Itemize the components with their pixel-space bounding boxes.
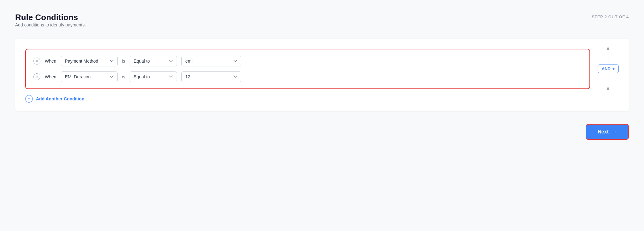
condition-row-1: ✕ When Payment Method EMI Duration Amoun… [33, 56, 582, 66]
conditions-card: ✕ When Payment Method EMI Duration Amoun… [15, 39, 629, 111]
page-subtitle: Add conditions to identify payments. [15, 22, 86, 27]
connector-line-bottom [608, 75, 609, 87]
value-select-1[interactable]: emi card upi netbanking [181, 56, 241, 66]
add-condition-label[interactable]: Add Another Condition [36, 96, 84, 101]
footer: Next → [15, 124, 629, 140]
remove-condition-2-button[interactable]: ✕ [33, 73, 40, 80]
add-condition-plus-button[interactable]: + [25, 95, 33, 103]
field-select-2[interactable]: Payment Method EMI Duration Amount Curre… [61, 71, 118, 82]
and-chevron: ▾ [612, 66, 615, 71]
and-connector: AND ▾ [598, 48, 619, 90]
and-button[interactable]: AND ▾ [598, 65, 619, 73]
remove-condition-1-button[interactable]: ✕ [33, 58, 40, 65]
connector-line-top [608, 50, 609, 63]
operator-select-2[interactable]: Equal to Not equal to Greater than Less … [130, 71, 177, 82]
plus-icon: + [27, 96, 30, 102]
is-label-1: is [122, 59, 125, 64]
condition-row-2: ✕ When Payment Method EMI Duration Amoun… [33, 71, 582, 82]
connector-dot-top [607, 48, 609, 50]
conditions-wrapper: ✕ When Payment Method EMI Duration Amoun… [25, 48, 619, 90]
page-title: Rule Conditions [15, 13, 86, 22]
next-button[interactable]: Next → [586, 124, 629, 140]
next-label: Next [598, 129, 609, 135]
when-label-1: When [45, 59, 56, 64]
when-label-2: When [45, 74, 56, 79]
step-indicator: STEP 2 OUT OF 4 [592, 14, 629, 19]
and-label: AND [602, 66, 611, 71]
connector-dot-bottom [607, 87, 609, 90]
value-select-2[interactable]: 6 9 12 18 24 [181, 71, 241, 82]
next-arrow-icon: → [612, 129, 617, 135]
field-select-1[interactable]: Payment Method EMI Duration Amount Curre… [61, 56, 118, 66]
operator-select-1[interactable]: Equal to Not equal to Greater than Less … [130, 56, 177, 66]
add-condition-row: + Add Another Condition [25, 95, 619, 103]
is-label-2: is [122, 74, 125, 79]
conditions-box: ✕ When Payment Method EMI Duration Amoun… [25, 49, 590, 89]
